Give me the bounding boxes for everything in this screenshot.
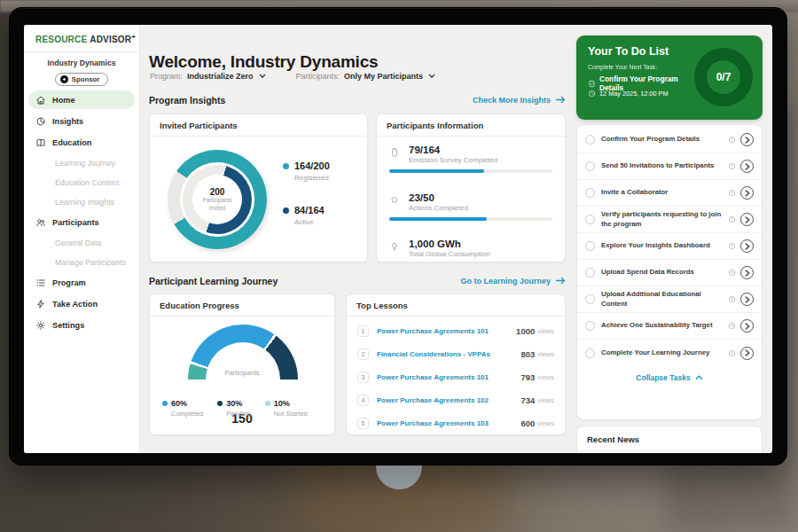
- todo-progress-value: 0/7: [716, 71, 732, 83]
- sidebar-item-settings[interactable]: Settings: [28, 316, 135, 334]
- lesson-link[interactable]: Power Purchase Agreements 103: [377, 419, 520, 427]
- progress-bar: [389, 217, 552, 221]
- clipboard-check-icon: [588, 80, 596, 88]
- lesson-link[interactable]: Power Purchase Agreements 102: [377, 396, 520, 404]
- info-icon[interactable]: [728, 189, 736, 197]
- sidebar-item-insights[interactable]: Insights: [28, 112, 135, 130]
- task-row[interactable]: Complete Your Learning Journey: [577, 340, 762, 366]
- program-filter-dropdown[interactable]: Program: Industrialize Zero: [150, 72, 266, 81]
- task-list: Confirm Your Program Details Send 50 Inv…: [577, 127, 762, 389]
- info-icon[interactable]: [728, 269, 736, 277]
- gauge-center-label: 150 Participants: [150, 353, 334, 377]
- sidebar-item-education-content[interactable]: Education Content: [28, 174, 135, 191]
- task-row[interactable]: Invite a Collaborator: [577, 180, 762, 207]
- task-checkbox[interactable]: [585, 268, 595, 278]
- sidebar-item-education[interactable]: Education: [28, 133, 135, 152]
- photo-background: RESOURCEADVISOR+ Industry Dynamics Spons…: [0, 0, 798, 532]
- info-icon[interactable]: [728, 136, 736, 144]
- task-checkbox[interactable]: [585, 135, 595, 145]
- task-checkbox[interactable]: [585, 321, 595, 331]
- task-checkbox[interactable]: [585, 241, 595, 251]
- legend-dot-registered: [283, 163, 289, 169]
- lesson-link[interactable]: Power Purchase Agreements 101: [377, 327, 516, 335]
- chevron-right-button[interactable]: [740, 293, 754, 306]
- task-row[interactable]: Confirm Your Program Details: [577, 127, 762, 153]
- legend-active: 84/164 Active: [283, 201, 330, 226]
- monitor-bezel: RESOURCEADVISOR+ Industry Dynamics Spons…: [9, 7, 787, 466]
- info-icon[interactable]: [728, 242, 736, 250]
- stat-total-consumption: 1,000 GWh Total Global Consumption: [389, 239, 554, 258]
- invited-participants-card: Invited Participants 200 Participants In…: [149, 113, 368, 262]
- sidebar-item-general-data[interactable]: General Data: [28, 234, 135, 251]
- task-checkbox[interactable]: [585, 161, 595, 171]
- task-checkbox[interactable]: [585, 294, 595, 304]
- lesson-link[interactable]: Financial Considerations - VPPAs: [377, 350, 520, 358]
- task-row[interactable]: Upload Additional Educational Content: [577, 286, 762, 313]
- gear-icon: [35, 320, 46, 331]
- chevron-right-button[interactable]: [740, 347, 754, 360]
- task-checkbox[interactable]: [585, 188, 595, 198]
- sponsor-badge: Sponsor: [55, 73, 109, 86]
- info-icon[interactable]: [728, 162, 736, 170]
- page-title: Welcome, Industry Dynamics: [149, 52, 378, 72]
- participants-filter-dropdown[interactable]: Participants: Only My Participants: [296, 72, 436, 81]
- task-row[interactable]: Send 50 Invitations to Participants: [577, 153, 762, 180]
- chevron-right-button[interactable]: [740, 160, 754, 173]
- filter-bar: Program: Industrialize Zero Participants…: [150, 72, 435, 81]
- info-icon[interactable]: [728, 349, 736, 357]
- task-row[interactable]: Achieve One Sustainability Target: [577, 313, 762, 340]
- chevron-down-icon: [259, 74, 266, 79]
- dashboard-screen: RESOURCEADVISOR+ Industry Dynamics Spons…: [24, 25, 772, 453]
- chevron-down-icon: [428, 74, 435, 79]
- participants-information-card: Participants Information 79/164 Emission…: [376, 113, 566, 262]
- sidebar-item-manage-participants[interactable]: Manage Participants: [28, 254, 135, 270]
- stat-emission-survey: 79/164 Emission Survey Completed: [389, 145, 554, 173]
- sidebar-menu: Home Insights Education Learning Journey…: [28, 90, 135, 334]
- task-row[interactable]: Verify participants requesting to join t…: [577, 207, 762, 233]
- task-checkbox[interactable]: [585, 348, 595, 358]
- lesson-link[interactable]: Power Purchase Agreements 101: [377, 373, 520, 381]
- book-icon: [35, 137, 46, 148]
- lessons-list: 1 Power Purchase Agreements 101 1000 vie…: [347, 319, 565, 434]
- sidebar-item-home[interactable]: Home: [28, 90, 135, 109]
- chevron-right-button[interactable]: [740, 186, 754, 200]
- legend-pending: 30% Pending: [217, 399, 251, 418]
- check-more-insights-link[interactable]: Check More Insights: [473, 96, 566, 106]
- home-icon: [35, 95, 46, 106]
- clipboard-icon: [389, 147, 400, 158]
- education-progress-card: Education Progress 150 Participants 60% …: [149, 293, 335, 435]
- sidebar-item-program[interactable]: Program: [28, 273, 135, 292]
- chevron-right-button[interactable]: [740, 133, 754, 146]
- arrow-right-icon: [555, 277, 566, 286]
- sidebar-item-learning-insights[interactable]: Learning Insights: [28, 193, 135, 210]
- todo-task-list-card: Confirm Your Program Details Send 50 Inv…: [576, 124, 763, 420]
- legend-completed: 60% Completed: [162, 399, 203, 418]
- task-row[interactable]: Upload Spend Data Records: [577, 260, 762, 286]
- collapse-tasks-link[interactable]: Collapse Tasks: [577, 366, 762, 389]
- task-checkbox[interactable]: [585, 215, 595, 224]
- section-title-learning-journey: Participant Learning Journey: [149, 276, 278, 286]
- info-icon[interactable]: [728, 322, 736, 330]
- sidebar: RESOURCEADVISOR+ Industry Dynamics Spons…: [24, 25, 140, 453]
- sidebar-item-learning-journey[interactable]: Learning Journey: [28, 154, 135, 171]
- chevron-right-button[interactable]: [740, 213, 754, 226]
- divider: [24, 51, 139, 52]
- app-logo: RESOURCEADVISOR+: [35, 33, 136, 44]
- list-icon: [35, 278, 46, 288]
- progress-bar: [389, 169, 552, 173]
- info-icon[interactable]: [728, 215, 736, 223]
- due-date: 12 May 2025, 12:00 PM: [588, 90, 668, 98]
- chevron-right-button[interactable]: [740, 239, 754, 253]
- task-row[interactable]: Explore Your Insights Dashboard: [577, 233, 762, 260]
- chevron-right-button[interactable]: [740, 266, 754, 279]
- sidebar-item-participants[interactable]: Participants: [28, 213, 135, 231]
- lesson-row: 2 Financial Considerations - VPPAs 803 v…: [347, 342, 565, 365]
- sponsor-badge-icon: [60, 75, 68, 83]
- lesson-row: 3 Power Purchase Agreements 101 793 view…: [347, 365, 565, 388]
- insights-icon: [35, 116, 46, 127]
- go-to-learning-journey-link[interactable]: Go to Learning Journey: [460, 277, 566, 286]
- legend-registered: 164/200 Registered: [283, 157, 330, 182]
- info-icon[interactable]: [728, 295, 736, 303]
- chevron-right-button[interactable]: [740, 319, 754, 332]
- sidebar-item-take-action[interactable]: Take Action: [28, 294, 135, 313]
